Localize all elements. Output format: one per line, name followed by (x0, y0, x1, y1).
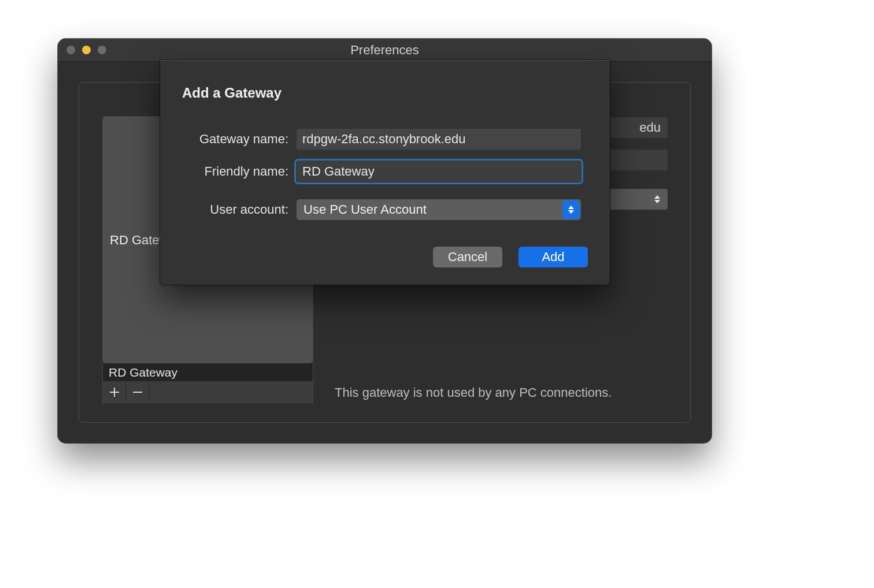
user-account-select[interactable]: Use PC User Account (297, 199, 581, 220)
add-gateway-sheet: Add a Gateway Gateway name: Friendly nam… (160, 60, 610, 285)
list-item[interactable]: RD Gateway (103, 363, 313, 381)
friendly-name-input[interactable] (297, 161, 581, 182)
window-controls (66, 46, 106, 54)
close-dot[interactable] (66, 46, 75, 54)
cancel-button[interactable]: Cancel (433, 247, 502, 267)
user-account-label: User account: (181, 202, 297, 217)
chevron-updown-icon (562, 200, 580, 219)
sheet-title: Add a Gateway (182, 85, 282, 101)
gateway-name-input[interactable] (297, 129, 581, 150)
add-button[interactable]: Add (519, 247, 588, 267)
minimize-dot[interactable] (82, 46, 91, 54)
bg-server-text: edu (639, 120, 661, 135)
window-title: Preferences (58, 43, 712, 58)
chevron-updown-icon (649, 191, 665, 207)
add-gateway-button[interactable] (103, 381, 126, 403)
zoom-dot[interactable] (98, 46, 106, 54)
status-text: This gateway is not used by any PC conne… (335, 385, 612, 400)
titlebar: Preferences (58, 39, 712, 62)
gateway-name-label: Gateway name: (181, 132, 297, 147)
user-account-value: Use PC User Account (303, 202, 427, 217)
remove-gateway-button[interactable] (126, 381, 149, 403)
list-toolbar (102, 381, 313, 403)
friendly-name-label: Friendly name: (181, 164, 297, 179)
